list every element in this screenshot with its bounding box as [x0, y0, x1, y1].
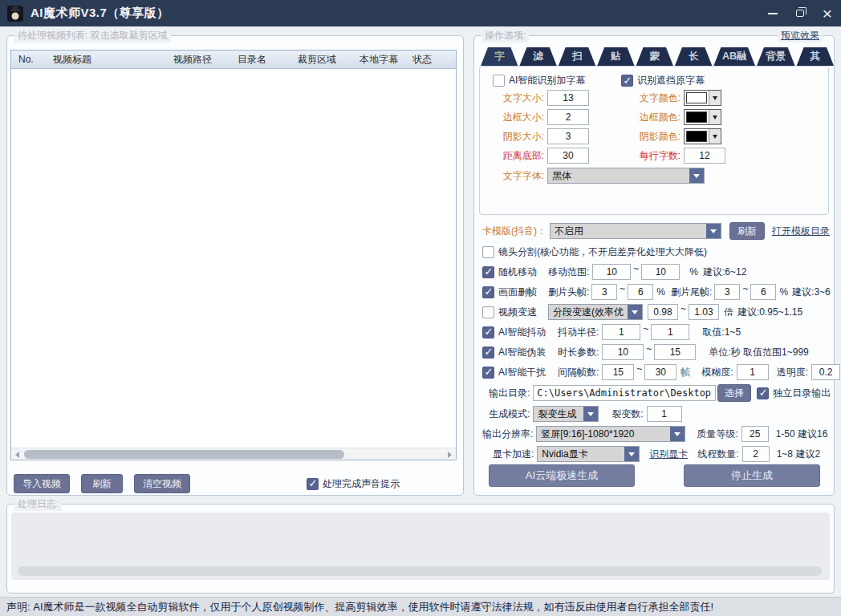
- column-crop[interactable]: 裁剪区域: [290, 53, 352, 67]
- scroll-right-icon[interactable]: [444, 448, 456, 460]
- column-status[interactable]: 状态: [405, 53, 453, 67]
- tab-background[interactable]: 背景音: [757, 47, 795, 66]
- tab-sweep-light[interactable]: 扫光: [559, 47, 595, 66]
- chars-per-line-input[interactable]: 12: [684, 148, 725, 164]
- column-subtitle[interactable]: 本地字幕: [352, 53, 405, 67]
- template-select[interactable]: 不启用: [550, 223, 721, 239]
- template-dropdown-icon[interactable]: [706, 224, 721, 238]
- video-table-body[interactable]: [11, 69, 456, 448]
- thread-count-input[interactable]: 2: [742, 446, 770, 462]
- quality-input[interactable]: 25: [741, 426, 769, 442]
- tab-sticker[interactable]: 贴图: [597, 47, 634, 66]
- quality-label: 质量等级:: [697, 428, 737, 441]
- interval-min-input[interactable]: 15: [602, 364, 634, 380]
- resolution-dropdown-icon[interactable]: [670, 427, 685, 441]
- gpu-dropdown-icon[interactable]: [624, 447, 639, 461]
- shot-split-checkbox[interactable]: [482, 246, 494, 258]
- random-move-checkbox[interactable]: [482, 266, 494, 278]
- border-color-combo[interactable]: [684, 109, 721, 125]
- shake-radius-max-input[interactable]: 1: [651, 324, 689, 340]
- head-delete-min-input[interactable]: 3: [591, 284, 617, 300]
- template-refresh-button[interactable]: 刷新: [729, 222, 765, 240]
- ai-disguise-checkbox[interactable]: [482, 346, 494, 359]
- sound-tip-checkbox[interactable]: [307, 478, 319, 490]
- font-family-select[interactable]: 黑体: [547, 168, 705, 184]
- video-list-panel: 待处理视频列表: 双击选取裁剪区域 No. 视频标题 视频路径 目录名 裁剪区域…: [6, 35, 464, 496]
- fission-count-input[interactable]: 1: [647, 406, 682, 422]
- resolution-label: 输出分辨率:: [482, 428, 533, 441]
- cloud-generate-button[interactable]: AI云端极速生成: [489, 464, 635, 487]
- shadow-color-dropdown-icon[interactable]: [709, 129, 721, 144]
- output-dir-label: 输出目录:: [489, 387, 530, 400]
- border-color-dropdown-icon[interactable]: [709, 110, 721, 124]
- ai-add-subtitle-checkbox[interactable]: [493, 75, 505, 87]
- column-no[interactable]: No.: [11, 54, 46, 65]
- bottom-margin-input[interactable]: 30: [547, 148, 589, 164]
- restore-button[interactable]: [786, 0, 814, 26]
- column-title[interactable]: 视频标题: [46, 53, 166, 67]
- independent-output-checkbox[interactable]: [757, 387, 769, 399]
- speed-change-checkbox[interactable]: [482, 306, 494, 318]
- speed-mode-select[interactable]: 分段变速(效率优: [548, 304, 643, 320]
- font-color-dropdown-icon[interactable]: [709, 91, 721, 105]
- minimize-button[interactable]: [759, 0, 786, 26]
- cover-original-subtitle-label: 识别遮挡原字幕: [637, 74, 705, 87]
- frame-delete-checkbox[interactable]: [482, 286, 494, 298]
- scroll-left-icon[interactable]: [11, 448, 23, 460]
- speed-max-input[interactable]: 1.03: [689, 304, 719, 320]
- cover-original-subtitle-checkbox[interactable]: [621, 75, 633, 87]
- scrollbar-thumb[interactable]: [24, 450, 344, 459]
- tilde-separator: ~: [634, 363, 644, 375]
- ai-shake-checkbox[interactable]: [482, 326, 494, 338]
- ai-interfere-checkbox[interactable]: [482, 367, 494, 379]
- log-textarea[interactable]: [11, 513, 830, 580]
- tail-delete-min-input[interactable]: 3: [714, 284, 740, 300]
- speed-min-input[interactable]: 0.98: [648, 304, 678, 320]
- tab-mask[interactable]: 蒙版: [636, 47, 673, 66]
- log-scrollbar[interactable]: [18, 566, 822, 576]
- shadow-color-combo[interactable]: [684, 128, 721, 144]
- video-table[interactable]: No. 视频标题 视频路径 目录名 裁剪区域 本地字幕 状态: [10, 50, 457, 460]
- move-range-min-input[interactable]: 10: [592, 264, 631, 280]
- gen-mode-label: 生成模式:: [489, 407, 530, 421]
- frame-delete-label: 画面删帧: [498, 286, 548, 299]
- tab-filter[interactable]: 滤镜: [519, 47, 556, 66]
- open-template-dir-link[interactable]: 打开模板目录: [772, 225, 830, 238]
- clear-video-button[interactable]: 清空视频: [134, 474, 190, 493]
- resolution-select[interactable]: 竖屏[9:16]-1080*1920: [536, 426, 685, 442]
- column-dir[interactable]: 目录名: [230, 53, 290, 67]
- move-range-max-input[interactable]: 10: [641, 264, 680, 280]
- duration-min-input[interactable]: 10: [602, 344, 644, 360]
- font-size-input[interactable]: 13: [547, 90, 589, 106]
- shake-radius-min-input[interactable]: 1: [602, 324, 640, 340]
- preview-effect-link[interactable]: 预览效果: [778, 29, 823, 43]
- font-family-dropdown-icon[interactable]: [689, 168, 704, 183]
- refresh-list-button[interactable]: 刷新: [81, 474, 123, 493]
- speed-mode-dropdown-icon[interactable]: [628, 305, 642, 319]
- duration-max-input[interactable]: 15: [654, 344, 696, 360]
- detect-gpu-link[interactable]: 识别显卡: [649, 448, 688, 461]
- interval-unit: 帧: [681, 366, 690, 379]
- output-dir-input[interactable]: C:\Users\Administrator\Desktop: [533, 385, 716, 401]
- table-horizontal-scrollbar[interactable]: [11, 448, 456, 460]
- choose-dir-button[interactable]: 选择: [717, 384, 751, 402]
- interval-max-input[interactable]: 30: [644, 364, 676, 380]
- gpu-select[interactable]: Nvidia显卡: [537, 446, 640, 462]
- blur-input[interactable]: 1: [737, 364, 769, 380]
- tab-long-image[interactable]: 长图: [675, 47, 712, 66]
- font-color-combo[interactable]: [684, 90, 721, 106]
- gen-mode-select[interactable]: 裂变生成: [533, 406, 599, 422]
- border-size-input[interactable]: 2: [547, 109, 589, 125]
- stop-generate-button[interactable]: 停止生成: [684, 464, 820, 487]
- gen-mode-dropdown-icon[interactable]: [583, 407, 598, 421]
- tab-subtitle[interactable]: 字幕: [481, 47, 518, 66]
- tab-ab-blend[interactable]: AB融帧: [713, 47, 755, 66]
- opacity-input[interactable]: 0.2: [811, 364, 840, 380]
- tab-other[interactable]: 其他: [797, 47, 834, 66]
- column-path[interactable]: 视频路径: [166, 53, 230, 67]
- import-video-button[interactable]: 导入视频: [14, 474, 70, 493]
- shadow-size-input[interactable]: 3: [547, 128, 589, 144]
- head-delete-max-input[interactable]: 6: [628, 284, 653, 300]
- close-button[interactable]: ×: [814, 0, 841, 26]
- tail-delete-max-input[interactable]: 6: [750, 284, 776, 300]
